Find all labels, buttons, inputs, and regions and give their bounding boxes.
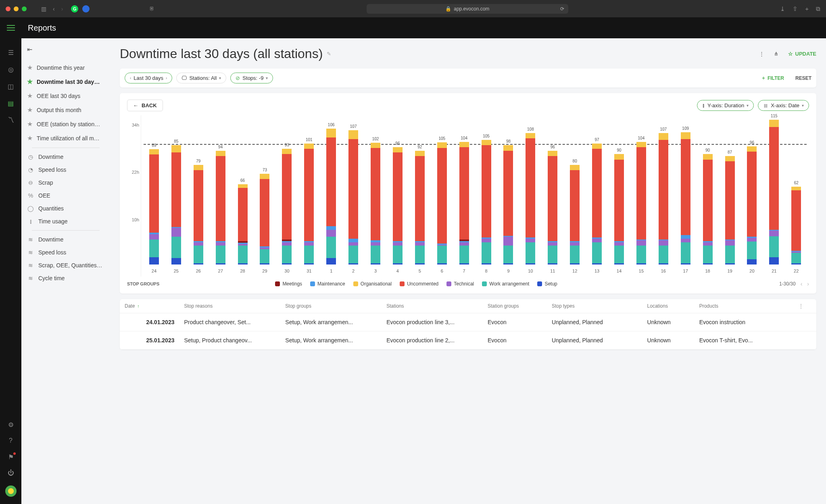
rail-trend-icon[interactable]: 〽	[7, 117, 15, 124]
more-menu-icon[interactable]: ⋮	[759, 51, 764, 57]
back-button[interactable]: ← BACK	[127, 100, 163, 111]
nav-back-icon[interactable]: ‹	[53, 6, 55, 12]
nav-forward-icon[interactable]: ›	[61, 6, 63, 12]
share-report-icon[interactable]: ⋔	[774, 51, 778, 57]
share-icon[interactable]: ⇧	[793, 5, 798, 12]
col-stop-groups[interactable]: Stop groups	[280, 299, 382, 313]
sidebar-item-reports1-2[interactable]: ⊖Scrap	[25, 176, 106, 189]
bar-13[interactable]: 97	[586, 123, 607, 264]
filter-date-range[interactable]: ‹ Last 30 days ›	[125, 73, 172, 83]
bar-19[interactable]: 87	[720, 123, 740, 264]
sidebar-fav-5[interactable]: ★Time utilization of all mac...	[25, 131, 106, 145]
col-stop-reasons[interactable]: Stop reasons	[179, 299, 280, 313]
legend-meetings[interactable]: Meetings	[275, 281, 302, 287]
sidebar-item-reports1-0[interactable]: ◷Downtime	[25, 150, 106, 163]
bar-11[interactable]: 96	[542, 123, 563, 264]
table-menu-icon[interactable]: ⋮	[799, 303, 803, 309]
grammarly-icon[interactable]: G	[71, 5, 78, 12]
bar-25[interactable]: 85	[166, 123, 187, 264]
sidebar-fav-4[interactable]: ★OEE (station by station co...	[25, 117, 106, 131]
sidebar-item-reports1-1[interactable]: ◔Speed loss	[25, 163, 106, 176]
sidebar-fav-3[interactable]: ★Output this month	[25, 103, 106, 117]
bar-14[interactable]: 90	[609, 123, 630, 264]
sidebar-item-reports1-3[interactable]: %OEE	[25, 189, 106, 202]
legend-uncommented[interactable]: Uncommented	[400, 281, 438, 287]
rail-help-icon[interactable]: ?	[7, 437, 15, 444]
reset-button[interactable]: RESET	[795, 75, 811, 81]
sidebar-item-reports2-0[interactable]: ≋Downtime	[25, 233, 106, 246]
legend-setup[interactable]: Setup	[537, 281, 557, 287]
rail-reports-icon[interactable]: ▤	[7, 100, 15, 107]
sidebar-item-reports1-4[interactable]: ◯Quantities	[25, 202, 106, 215]
sidebar-fav-1[interactable]: ★Downtime last 30 days (al...	[25, 75, 106, 89]
filter-stations[interactable]: 🖵 Stations: All ▾	[176, 73, 226, 83]
bar-2[interactable]: 107	[343, 123, 364, 264]
sidebar-toggle-icon[interactable]: ▥	[41, 6, 46, 12]
sidebar-fav-2[interactable]: ★OEE last 30 days	[25, 89, 106, 103]
bar-1[interactable]: 106	[321, 123, 342, 264]
bar-16[interactable]: 107	[653, 123, 674, 264]
bar-20[interactable]: 96	[741, 123, 762, 264]
legend-technical[interactable]: Technical	[446, 281, 474, 287]
sidebar-item-reports2-1[interactable]: ≋Speed loss	[25, 246, 106, 259]
rail-grid-icon[interactable]: ◫	[7, 83, 15, 90]
pager-next-icon[interactable]: ›	[807, 281, 809, 287]
col-products[interactable]: Products	[695, 299, 794, 313]
rail-power-icon[interactable]: ⏻	[7, 469, 15, 477]
table-row[interactable]: 24.01.2023Product changeover, Set...Setu…	[120, 313, 816, 331]
bar-7[interactable]: 104	[454, 123, 475, 264]
bar-15[interactable]: 104	[631, 123, 652, 264]
legend-maintenance[interactable]: Maintenance	[310, 281, 345, 287]
bar-17[interactable]: 109	[675, 123, 696, 264]
pager-prev-icon[interactable]: ‹	[801, 281, 803, 287]
edit-title-icon[interactable]: ✎	[327, 51, 331, 57]
tabs-icon[interactable]: ⧉	[816, 5, 820, 12]
bar-12[interactable]: 80	[564, 123, 585, 264]
bar-6[interactable]: 105	[432, 123, 453, 264]
col-stop-types[interactable]: Stop types	[547, 299, 642, 313]
bar-28[interactable]: 66	[232, 123, 253, 264]
filter-stops[interactable]: ⊘ Stops: -9 ▾	[230, 73, 273, 83]
address-bar[interactable]: 🔒 app.evocon.com ⟳	[367, 4, 568, 14]
close-window-icon[interactable]	[6, 6, 10, 11]
shield-icon[interactable]: ⛨	[149, 6, 154, 12]
bar-8[interactable]: 105	[476, 123, 497, 264]
legend-work-arrangement[interactable]: Work arrangement	[482, 281, 529, 287]
rail-target-icon[interactable]: ◎	[7, 66, 15, 73]
bar-21[interactable]: 115	[763, 123, 784, 264]
add-filter-button[interactable]: ＋ FILTER	[761, 75, 784, 81]
y-axis-selector[interactable]: ⫿ Y-axis: Duration ▾	[697, 100, 754, 111]
sidebar-fav-0[interactable]: ★Downtime this year	[25, 60, 106, 75]
extension-icon[interactable]	[82, 5, 90, 12]
col-station-groups[interactable]: Station groups	[483, 299, 547, 313]
bar-27[interactable]: 94	[210, 123, 231, 264]
bar-10[interactable]: 108	[520, 123, 541, 264]
bar-30[interactable]: 93	[276, 123, 297, 264]
update-button[interactable]: ☆ UPDATE	[788, 51, 816, 57]
sidebar-item-reports2-3[interactable]: ≋Cycle time	[25, 272, 106, 285]
menu-button[interactable]	[0, 25, 21, 31]
bar-22[interactable]: 62	[786, 123, 807, 264]
sidebar-item-reports1-5[interactable]: ⫿Time usage	[25, 215, 106, 228]
legend-organisational[interactable]: Organisational	[353, 281, 392, 287]
rail-settings-icon[interactable]: ⚙	[7, 421, 15, 428]
col-stations[interactable]: Stations	[382, 299, 483, 313]
rail-flag-icon[interactable]: ⚑	[7, 453, 15, 460]
download-icon[interactable]: ⤓	[780, 5, 785, 12]
bar-4[interactable]: 96	[387, 123, 408, 264]
minimize-window-icon[interactable]	[14, 6, 19, 11]
col-locations[interactable]: Locations	[642, 299, 695, 313]
bar-26[interactable]: 79	[188, 123, 209, 264]
rail-list-icon[interactable]: ☰	[7, 49, 15, 56]
sidebar-item-reports2-2[interactable]: ≋Scrap, OEE, Quantities, Ti...	[25, 259, 106, 272]
new-tab-icon[interactable]: +	[805, 5, 809, 12]
collapse-sidebar-icon[interactable]: ⇤	[27, 46, 106, 53]
table-row[interactable]: 25.01.2023Setup, Product changeov...Setu…	[120, 331, 816, 350]
bar-31[interactable]: 101	[298, 123, 319, 264]
bar-9[interactable]: 98	[498, 123, 519, 264]
bar-5[interactable]: 92	[409, 123, 430, 264]
avatar[interactable]	[5, 485, 17, 497]
bar-29[interactable]: 73	[254, 123, 275, 264]
reload-icon[interactable]: ⟳	[560, 6, 564, 12]
window-controls[interactable]	[6, 6, 27, 11]
